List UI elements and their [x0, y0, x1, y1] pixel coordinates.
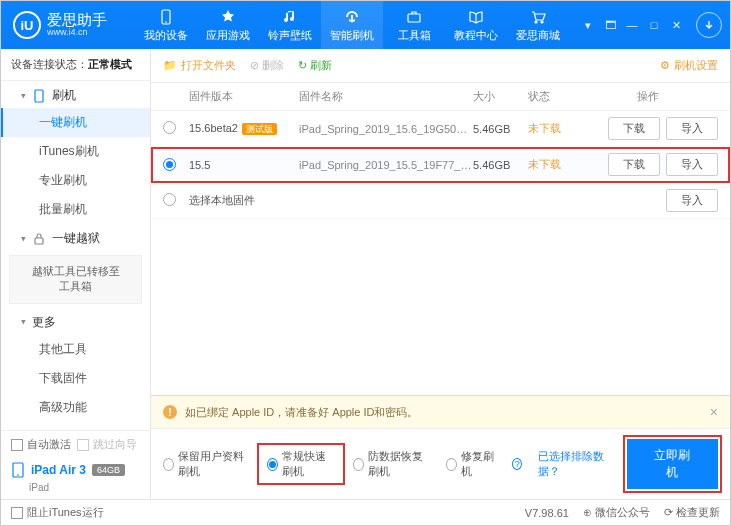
warning-icon: !	[163, 405, 177, 419]
local-firmware-label: 选择本地固件	[189, 193, 578, 208]
firmware-name: iPad_Spring_2019_15.5_19F77_Restore.ipsw	[299, 159, 473, 171]
table-row[interactable]: 15.6beta2测试版 iPad_Spring_2019_15.6_19G50…	[151, 111, 730, 147]
check-update-link[interactable]: ⟳ 检查更新	[664, 505, 720, 520]
mode-repair[interactable]: 修复刷机	[446, 449, 496, 479]
status-bar: 阻止iTunes运行 V7.98.61 ⊕ 微信公众号 ⟳ 检查更新	[1, 499, 730, 525]
connection-status: 设备连接状态：正常模式	[1, 49, 150, 81]
feedback-button[interactable]: 🗔	[600, 16, 620, 34]
book-icon	[467, 8, 485, 26]
wechat-link[interactable]: ⊕ 微信公众号	[583, 505, 650, 520]
table-row[interactable]: 15.5 iPad_Spring_2019_15.5_19F77_Restore…	[151, 147, 730, 183]
sidebar: 设备连接状态：正常模式 刷机 一键刷机 iTunes刷机 专业刷机 批量刷机 一…	[1, 49, 151, 499]
warning-text: 如已绑定 Apple ID，请准备好 Apple ID和密码。	[185, 405, 419, 420]
firmware-status: 未下载	[528, 121, 578, 136]
version-label: V7.98.61	[525, 507, 569, 519]
sidebar-item-pro[interactable]: 专业刷机	[1, 166, 150, 195]
nav-toolbox[interactable]: 工具箱	[383, 1, 445, 49]
sidebar-item-other[interactable]: 其他工具	[1, 335, 150, 364]
device-name: iPad Air 3	[31, 463, 86, 477]
device-type: iPad	[1, 482, 150, 499]
col-name: 固件名称	[299, 89, 473, 104]
toolbar: 📁打开文件夹 ⊘ 删除 ↻ 刷新 ⚙刷机设置	[151, 49, 730, 83]
mode-antirecovery[interactable]: 防数据恢复刷机	[353, 449, 430, 479]
svg-rect-2	[408, 14, 420, 22]
group-flash[interactable]: 刷机	[1, 81, 150, 108]
sidebar-item-download[interactable]: 下载固件	[1, 364, 150, 393]
device-capacity: 64GB	[92, 464, 125, 476]
firmware-size: 5.46GB	[473, 159, 528, 171]
nav-tutorial[interactable]: 教程中心	[445, 1, 507, 49]
lock-icon	[32, 232, 46, 246]
import-button[interactable]: 导入	[666, 153, 718, 176]
mode-keep-data[interactable]: 保留用户资料刷机	[163, 449, 249, 479]
skip-guide-checkbox[interactable]: 跳过向导	[77, 437, 137, 452]
col-version: 固件版本	[189, 89, 299, 104]
app-logo: iU	[13, 11, 41, 39]
maximize-button[interactable]: □	[644, 16, 664, 34]
flash-icon	[343, 8, 361, 26]
brand: 爱思助手 www.i4.cn	[47, 12, 107, 38]
cart-icon	[529, 8, 547, 26]
brand-url: www.i4.cn	[47, 28, 107, 38]
exclude-data-link[interactable]: 已选择排除数据？	[538, 449, 610, 479]
flash-settings-button[interactable]: ⚙刷机设置	[660, 58, 718, 73]
warning-close-button[interactable]: ×	[710, 404, 718, 420]
nav-flash[interactable]: 智能刷机	[321, 1, 383, 49]
gear-icon: ⚙	[660, 59, 670, 72]
nav-my-device[interactable]: 我的设备	[135, 1, 197, 49]
auto-activate-checkbox[interactable]: 自动激活	[11, 437, 71, 452]
col-ops: 操作	[578, 89, 718, 104]
svg-point-4	[535, 21, 537, 23]
table-row-local[interactable]: 选择本地固件 导入	[151, 183, 730, 219]
open-folder-button[interactable]: 📁打开文件夹	[163, 58, 236, 73]
brand-name: 爱思助手	[47, 12, 107, 29]
window-controls: ▾ 🗔 — □ ✕	[578, 12, 722, 38]
table-header: 固件版本 固件名称 大小 状态 操作	[151, 83, 730, 111]
close-button[interactable]: ✕	[666, 16, 686, 34]
menu-button[interactable]: ▾	[578, 16, 598, 34]
flash-now-button[interactable]: 立即刷机	[627, 439, 718, 489]
col-size: 大小	[473, 89, 528, 104]
title-bar: iU 爱思助手 www.i4.cn 我的设备 应用游戏 铃声壁纸 智能刷机 工具…	[1, 1, 730, 49]
group-more[interactable]: 更多	[1, 308, 150, 335]
download-manager-button[interactable]	[696, 12, 722, 38]
toolbox-icon	[405, 8, 423, 26]
firmware-size: 5.46GB	[473, 123, 528, 135]
sidebar-item-itunes[interactable]: iTunes刷机	[1, 137, 150, 166]
download-button[interactable]: 下载	[608, 153, 660, 176]
jailbreak-notice: 越狱工具已转移至 工具箱	[9, 255, 142, 304]
row-radio[interactable]	[163, 158, 176, 171]
col-status: 状态	[528, 89, 578, 104]
row-radio[interactable]	[163, 193, 176, 206]
music-icon	[281, 8, 299, 26]
nav-tabs: 我的设备 应用游戏 铃声壁纸 智能刷机 工具箱 教程中心 爱思商城	[135, 1, 569, 49]
row-radio[interactable]	[163, 121, 176, 134]
help-icon[interactable]: ?	[512, 458, 522, 470]
sidebar-item-advanced[interactable]: 高级功能	[1, 393, 150, 422]
nav-apps[interactable]: 应用游戏	[197, 1, 259, 49]
import-button[interactable]: 导入	[666, 189, 718, 212]
flash-group-icon	[32, 89, 46, 103]
mode-normal[interactable]: 常规快速刷机	[257, 443, 345, 485]
svg-rect-7	[35, 238, 43, 244]
block-itunes-checkbox[interactable]: 阻止iTunes运行	[11, 505, 104, 520]
delete-button[interactable]: ⊘ 删除	[250, 58, 284, 73]
app-icon	[219, 8, 237, 26]
svg-point-5	[541, 21, 543, 23]
sidebar-item-oneclick[interactable]: 一键刷机	[1, 108, 150, 137]
nav-store[interactable]: 爱思商城	[507, 1, 569, 49]
download-button[interactable]: 下载	[608, 117, 660, 140]
beta-tag: 测试版	[242, 123, 277, 135]
sidebar-item-batch[interactable]: 批量刷机	[1, 195, 150, 224]
svg-rect-6	[35, 90, 43, 102]
phone-icon	[157, 8, 175, 26]
import-button[interactable]: 导入	[666, 117, 718, 140]
refresh-button[interactable]: ↻ 刷新	[298, 58, 332, 73]
appleid-warning: ! 如已绑定 Apple ID，请准备好 Apple ID和密码。 ×	[151, 395, 730, 428]
firmware-status: 未下载	[528, 157, 578, 172]
nav-ringtone[interactable]: 铃声壁纸	[259, 1, 321, 49]
tablet-icon	[11, 462, 25, 478]
minimize-button[interactable]: —	[622, 16, 642, 34]
group-jailbreak[interactable]: 一键越狱	[1, 224, 150, 251]
flash-mode-bar: 保留用户资料刷机 常规快速刷机 防数据恢复刷机 修复刷机 ? 已选择排除数据？ …	[151, 428, 730, 499]
